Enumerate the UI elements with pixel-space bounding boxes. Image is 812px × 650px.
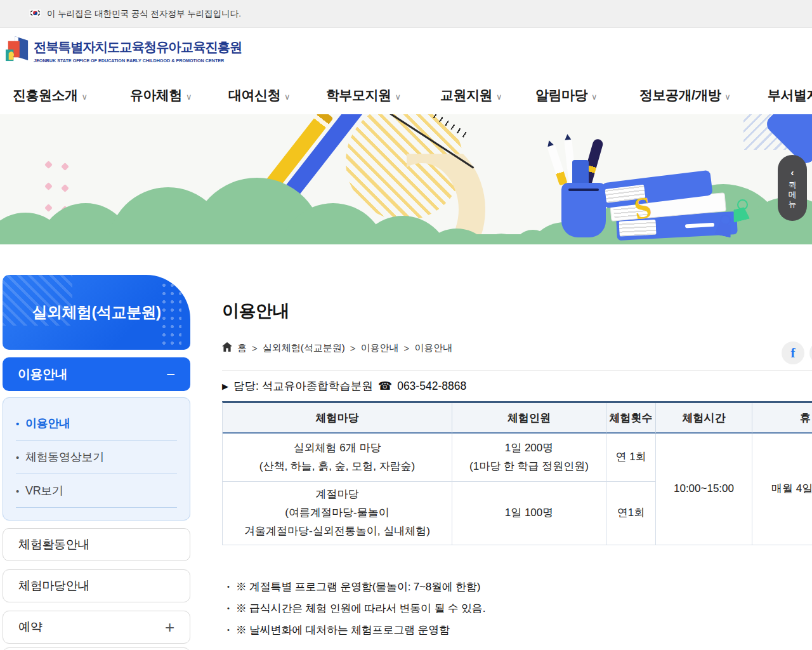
table-header-madang: 체험마당 (223, 403, 452, 434)
nav-item-experience[interactable]: 유아체험∨ (130, 76, 192, 114)
main-nav: 진흥원소개∨ 유아체험∨ 대여신청∨ 학부모지원∨ 교원지원∨ 알림마당∨ 정보… (0, 76, 812, 114)
table-cell-madang-row2: 계절마당 (여름계절마당-물놀이 겨울계절마당-실외전통놀이, 실내체험) (223, 482, 452, 545)
chevron-left-icon: ‹ (791, 167, 794, 178)
note-item: • ※ 날씨변화에 대처하는 체험프로그램 운영함 (227, 619, 485, 640)
breadcrumb: 홈 > 실외체험(석교분원) > 이용안내 > 이용안내 (222, 342, 452, 354)
nav-item-rental[interactable]: 대여신청∨ (228, 76, 290, 114)
nav-item-intro[interactable]: 진흥원소개∨ (13, 76, 88, 114)
pen-holder-slot (568, 189, 599, 191)
dots-pattern (160, 281, 181, 345)
phone-icon: ☎ (378, 379, 392, 393)
chevron-down-icon: ∨ (496, 92, 502, 102)
nav-item-teacher-support[interactable]: 교원지원∨ (440, 76, 502, 114)
sidebar-subitem-usage-guide[interactable]: • 이용안내 (16, 407, 177, 441)
arrow-marker-icon: ▶ (222, 381, 228, 391)
minus-icon: − (166, 366, 175, 383)
nav-item-info-disclosure[interactable]: 정보공개/개방∨ (639, 76, 730, 114)
sidebar-section-usage-guide[interactable]: 이용안내 − (3, 357, 190, 391)
bullet-icon: • (16, 418, 19, 429)
chevron-down-icon: ∨ (82, 92, 88, 102)
bullet-icon: • (227, 626, 230, 633)
logo-title: 전북특별자치도교육청유아교육진흥원 (34, 38, 242, 56)
site-header: 전북특별자치도교육청유아교육진흥원 JEONBUK STATE OFFICE O… (0, 28, 812, 76)
logo-subtitle: JEONBUK STATE OFFICE OF EDUCATION EARLY … (34, 58, 242, 63)
table-header-count: 체험횟수 (606, 403, 656, 434)
sidebar-subitem-experience-video[interactable]: • 체험동영상보기 (16, 441, 177, 474)
table-header-time: 체험시간 (656, 403, 752, 434)
sidebar-item-reservation[interactable]: 예약 + (3, 611, 190, 644)
holder-pencil-illustration (547, 145, 567, 186)
page: 이 누리집은 대한민국 공식 전자정부 누리집입니다. 전북특별자치도교육청유아… (0, 0, 812, 650)
sidebar-title-panel: 실외체험(석교분원) (3, 275, 190, 350)
table-header-holiday: 휴 (752, 403, 812, 434)
table-cell-madang-row1: 실외체험 6개 마당 (산책, 하늘, 흙, 숲, 모험, 자람숲) (223, 434, 452, 482)
usage-info-table: 체험마당 체험인원 체험횟수 체험시간 휴 실외체험 6개 마당 (산책, 하늘… (222, 401, 812, 545)
breadcrumb-current: 이용안내 (414, 342, 452, 354)
sidebar-submenu: • 이용안내 • 체험동영상보기 • VR보기 (3, 397, 190, 521)
plus-icon: + (165, 618, 174, 637)
contact-phone: 063-542-8868 (397, 380, 466, 393)
share-button-partial[interactable] (809, 342, 812, 364)
page-title: 이용안내 (222, 300, 289, 322)
sidebar-item-activity-guide[interactable]: 체험활동안내 (3, 528, 190, 561)
bullet-icon: • (16, 486, 19, 496)
chevron-down-icon: ∨ (591, 92, 597, 102)
pink-dot-pattern (44, 182, 53, 190)
note-item: • ※ 계절특별 프로그램 운영함(물놀이: 7~8월에 한함) (227, 576, 485, 597)
table-header-inwon: 체험인원 (452, 403, 606, 434)
table-cell-count-row2: 연1회 (606, 482, 656, 545)
chevron-down-icon: ∨ (724, 92, 730, 102)
contact-line: ▶ 담당: 석교유아종합학습분원 ☎ 063-542-8868 (222, 378, 466, 394)
sidebar-item-partial[interactable] (3, 647, 190, 650)
pink-dot-pattern (61, 162, 69, 171)
site-logo[interactable]: 전북특별자치도교육청유아교육진흥원 JEONBUK STATE OFFICE O… (5, 35, 242, 67)
sidebar-subitem-vr-view[interactable]: • VR보기 (16, 474, 177, 508)
bullet-icon: • (227, 604, 230, 612)
chevron-down-icon: ∨ (186, 92, 192, 102)
contact-label: 담당: 석교유아종합학습분원 (233, 378, 373, 394)
bullet-icon: • (227, 583, 230, 590)
korean-flag-icon (29, 8, 41, 20)
home-icon (222, 342, 232, 354)
nav-item-parent-support[interactable]: 학부모지원∨ (326, 76, 401, 114)
logo-mark-icon (5, 35, 29, 67)
table-cell-inwon-row1: 1일 200명 (1마당 한 학급 정원인원) (452, 434, 606, 482)
notes-list: • ※ 계절특별 프로그램 운영함(물놀이: 7~8월에 한함) • ※ 급식시… (227, 576, 485, 640)
table-cell-time-merged: 10:00~15:00 (656, 434, 752, 545)
bullet-icon: • (16, 452, 19, 463)
breadcrumb-section[interactable]: 실외체험(석교분원) (263, 342, 345, 354)
hero-banner: S ‹ 퀵 메 뉴 (0, 114, 812, 244)
gov-banner-text: 이 누리집은 대한민국 공식 전자정부 누리집입니다. (47, 8, 241, 20)
table-cell-inwon-row2: 1일 100명 (452, 482, 606, 545)
table-cell-holiday-merged: 매월 4일 (752, 434, 812, 545)
pink-dot-pattern (61, 184, 69, 192)
breadcrumb-home[interactable]: 홈 (237, 342, 247, 354)
nav-item-notice[interactable]: 알림마당∨ (535, 76, 597, 114)
chevron-down-icon: ∨ (395, 92, 401, 102)
sidebar-title: 실외체험(석교분원) (32, 302, 161, 322)
note-item: • ※ 급식시간은 체험 인원에 따라서 변동이 될 수 있음. (227, 597, 485, 619)
pink-dot-pattern (44, 204, 53, 212)
sidebar-item-madang-guide[interactable]: 체험마당안내 (3, 569, 190, 602)
pink-dot-pattern (44, 161, 53, 169)
quick-menu-button[interactable]: ‹ 퀵 메 뉴 (778, 155, 807, 221)
table-cell-count-row1: 연 1회 (606, 434, 656, 482)
gov-banner: 이 누리집은 대한민국 공식 전자정부 누리집입니다. (0, 0, 812, 28)
nav-item-department[interactable]: 부서별자 (768, 76, 812, 114)
content-divider (222, 370, 812, 371)
facebook-share-button[interactable]: f (782, 342, 804, 364)
breadcrumb-category[interactable]: 이용안내 (361, 342, 399, 354)
chevron-down-icon: ∨ (284, 92, 290, 102)
facebook-icon: f (791, 345, 796, 361)
